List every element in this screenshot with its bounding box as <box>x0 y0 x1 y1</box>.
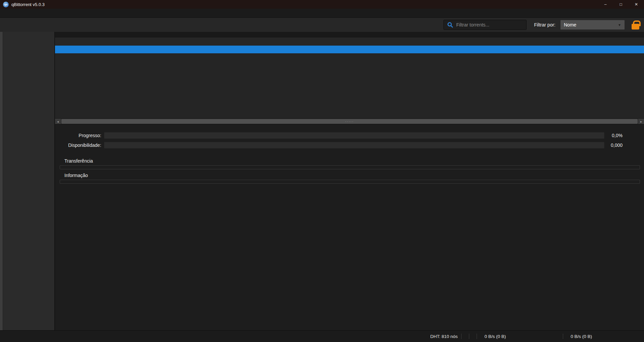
information-group-box <box>60 180 640 184</box>
filter-sidebar <box>0 32 55 330</box>
filter-by-select[interactable]: Nome ▼ <box>560 20 625 30</box>
scroll-right-icon[interactable]: ▸ <box>638 119 644 124</box>
maximize-button[interactable]: □ <box>613 0 629 9</box>
minimize-button[interactable]: – <box>598 0 613 9</box>
information-group-title: Informação <box>60 173 640 178</box>
sidebar-scrollbar[interactable] <box>0 32 3 330</box>
app-icon: qb <box>3 2 9 7</box>
progress-label: Progresso: <box>60 133 104 138</box>
lock-icon[interactable] <box>632 24 639 30</box>
torrent-panel: ◂ ····· ▸ Progresso: 0,0% Disponibilidad… <box>55 32 644 330</box>
torrent-row[interactable] <box>55 46 644 53</box>
scrollbar-thumb[interactable]: ····· <box>61 119 638 124</box>
menu-bar <box>0 9 644 18</box>
search-input[interactable] <box>456 22 523 27</box>
scrollbar-track[interactable]: ····· <box>61 119 638 124</box>
separator <box>477 334 477 339</box>
dht-status: DHT: 810 nós <box>430 334 458 339</box>
toolbar: Filtrar por: Nome ▼ <box>0 18 644 32</box>
torrent-table-header <box>55 38 644 46</box>
separator <box>469 334 469 339</box>
torrent-table-empty-area <box>55 53 644 118</box>
upload-speed-text: 0 B/s (0 B) <box>571 334 592 339</box>
details-pane: Progresso: 0,0% Disponibilidade: 0,000 T… <box>55 124 644 330</box>
availability-bar <box>104 142 604 149</box>
progress-bar <box>104 132 604 139</box>
transfer-group-box <box>60 165 640 169</box>
information-group: Informação <box>60 173 640 184</box>
search-box[interactable] <box>443 20 527 30</box>
title-bar: qb qBittorrent v5.0.3 –□✕ <box>0 0 644 9</box>
filter-by-value: Nome <box>564 22 576 27</box>
transfer-group: Transferência <box>60 158 640 169</box>
availability-value: 0,000 <box>607 142 623 148</box>
scroll-left-icon[interactable]: ◂ <box>55 119 61 124</box>
availability-row: Disponibilidade: 0,000 <box>60 141 640 149</box>
qbittorrent-window: qb qBittorrent v5.0.3 –□✕ Filtrar por: N… <box>0 0 644 342</box>
window-controls: –□✕ <box>598 0 644 9</box>
chevron-down-icon: ▼ <box>618 23 621 27</box>
status-bar: DHT: 810 nós 0 B/s (0 B) 0 B/s (0 B) <box>0 330 644 342</box>
separator <box>563 334 563 339</box>
horizontal-scrollbar[interactable]: ◂ ····· ▸ <box>55 118 644 124</box>
progress-value: 0,0% <box>607 133 623 138</box>
search-icon <box>447 22 453 28</box>
panel-gap <box>55 32 644 38</box>
filter-by-label: Filtrar por: <box>534 22 555 27</box>
separator <box>461 334 462 339</box>
main-body: ◂ ····· ▸ Progresso: 0,0% Disponibilidad… <box>0 32 644 330</box>
close-button[interactable]: ✕ <box>629 0 644 9</box>
window-title: qBittorrent v5.0.3 <box>11 2 45 7</box>
progress-row: Progresso: 0,0% <box>60 132 640 139</box>
availability-label: Disponibilidade: <box>60 142 104 148</box>
download-speed-text: 0 B/s (0 B) <box>484 334 506 339</box>
transfer-group-title: Transferência <box>60 158 640 164</box>
